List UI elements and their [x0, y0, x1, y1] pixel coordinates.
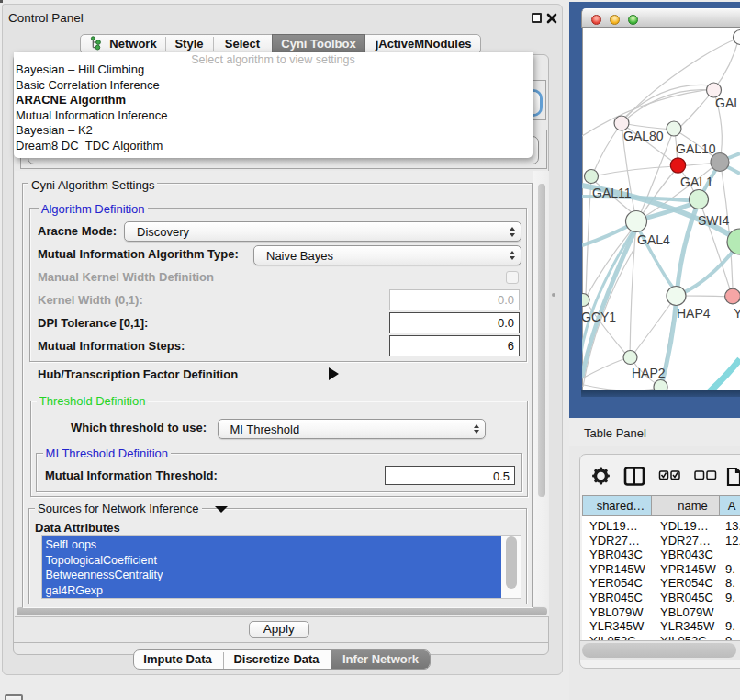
svg-text:GAL11: GAL11: [592, 186, 632, 200]
svg-text:GAL10: GAL10: [676, 141, 716, 156]
svg-text:Y: Y: [734, 306, 740, 321]
svg-text:GAL80: GAL80: [623, 129, 664, 143]
svg-text:HAP2: HAP2: [632, 366, 666, 380]
svg-text:HAP4: HAP4: [677, 306, 711, 321]
svg-text:GAL1: GAL1: [680, 175, 713, 189]
svg-text:GAL4: GAL4: [637, 232, 670, 247]
svg-text:SWI4: SWI4: [698, 213, 729, 228]
svg-text:GAL7: GAL7: [715, 96, 740, 110]
svg-text:GCY1: GCY1: [582, 310, 616, 324]
